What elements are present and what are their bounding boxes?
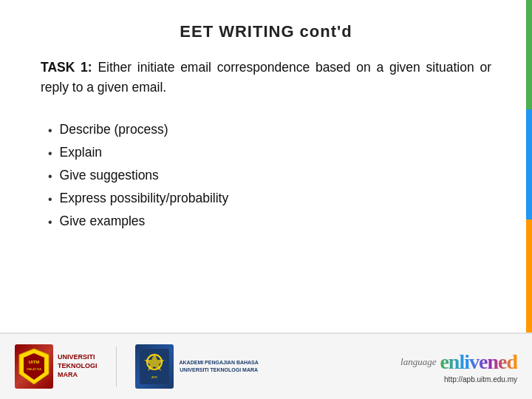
task-body: Either initiate email correspondence bas… xyxy=(41,60,491,95)
uitm-logo: UITM MALAYSIA UNIVERSITI TEKNOLOGI MARA xyxy=(15,344,98,389)
bullet-text: Describe (process) xyxy=(60,118,168,141)
uitm-logo-svg: UITM MALAYSIA xyxy=(18,347,50,386)
bullet-dot: • xyxy=(48,120,52,141)
akademi-text: AKADEMI PENGAJIAN BAHASA UNIVERSITI TEKN… xyxy=(180,359,259,374)
bullet-dot: • xyxy=(48,212,52,233)
svg-text:UITM: UITM xyxy=(29,360,40,364)
bullet-dot: • xyxy=(48,189,52,210)
footer-divider xyxy=(116,347,117,387)
svg-text:MALAYSIA: MALAYSIA xyxy=(27,367,41,371)
akademi-svg: APB xyxy=(138,347,171,386)
bullet-text: Explain xyxy=(60,141,102,164)
bullet-item: •Give suggestions xyxy=(48,164,491,187)
akademi-logo-square: APB xyxy=(135,344,174,389)
task-label: TASK 1: xyxy=(41,60,92,75)
footer: UITM MALAYSIA UNIVERSITI TEKNOLOGI MARA xyxy=(0,332,532,399)
footer-right: language enlivened http://apb.uitm.edu.m… xyxy=(400,350,517,383)
uitm-name: UNIVERSITI TEKNOLOGI MARA xyxy=(58,353,98,379)
language-label: language xyxy=(400,356,436,368)
enlivened-text: enlivened xyxy=(440,350,517,374)
bullet-item: •Express possibility/probability xyxy=(48,187,491,210)
svg-text:APB: APB xyxy=(151,375,157,379)
slide-title: EET WRITING cont'd xyxy=(41,22,491,41)
uitm-text-block: UNIVERSITI TEKNOLOGI MARA xyxy=(58,353,98,379)
bullet-dot: • xyxy=(48,166,52,187)
bullet-text: Express possibility/probability xyxy=(60,187,229,210)
task-text: TASK 1: Either initiate email correspond… xyxy=(41,58,491,98)
bullet-text: Give examples xyxy=(60,210,146,233)
bullet-item: •Explain xyxy=(48,141,491,164)
main-content: EET WRITING cont'd TASK 1: Either initia… xyxy=(0,0,532,332)
bullet-dot: • xyxy=(48,143,52,164)
enlivened-badge: language enlivened xyxy=(400,350,517,374)
uitm-logo-square: UITM MALAYSIA xyxy=(15,344,53,389)
akademi-logo: APB AKADEMI PENGAJIAN BAHASA UNIVERSITI … xyxy=(135,344,259,389)
bullet-text: Give suggestions xyxy=(60,164,159,187)
accent-bar xyxy=(526,0,532,332)
footer-url: http://apb.uitm.edu.my xyxy=(444,375,517,383)
slide: EET WRITING cont'd TASK 1: Either initia… xyxy=(0,0,532,399)
bullet-list: •Describe (process)•Explain•Give suggest… xyxy=(48,118,491,233)
bullet-item: •Describe (process) xyxy=(48,118,491,141)
bullet-item: •Give examples xyxy=(48,210,491,233)
